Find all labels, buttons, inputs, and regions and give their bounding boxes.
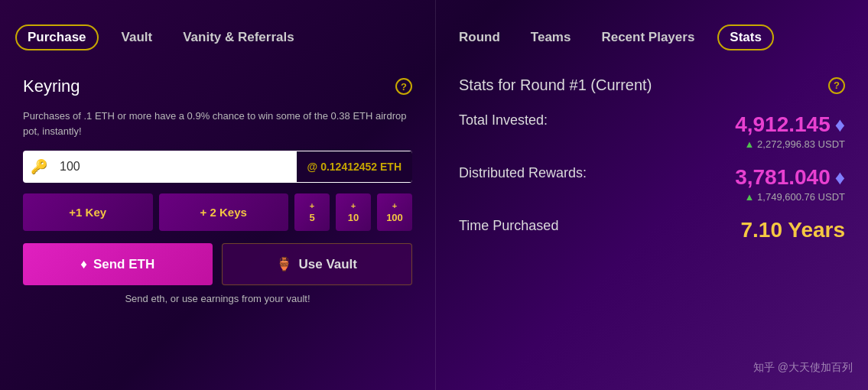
total-invested-main: 4,912.145 ♦ [642, 112, 845, 137]
plus100-button[interactable]: + 100 [377, 193, 412, 231]
left-tab-bar: Purchase Vault Vanity & Referrals [0, 0, 435, 61]
use-vault-button[interactable]: 🏺 Use Vault [222, 243, 413, 285]
right-tab-bar: Round Teams Recent Players Stats [436, 0, 868, 61]
tab-recent-players[interactable]: Recent Players [593, 25, 702, 50]
time-purchased-values: 7.10 Years [642, 218, 845, 242]
keyring-title: Keyring [23, 76, 80, 96]
stats-title-text: Stats for Round #1 (Current) [459, 76, 652, 94]
one-key-button[interactable]: +1 Key [23, 193, 153, 231]
eth-diamond-icon: ♦ [80, 257, 87, 272]
time-purchased-label: Time Purchased [459, 218, 642, 234]
stats-title: Stats for Round #1 (Current) ? [459, 76, 845, 94]
total-invested-usdt: 2,272,996.83 USDT [757, 138, 845, 150]
bottom-note: Send eth, or use earnings from your vaul… [23, 293, 412, 304]
eth-rate-label: @ 0.12412452 ETH [297, 151, 412, 182]
plus5-num: 5 [309, 212, 314, 223]
tab-vault[interactable]: Vault [114, 25, 161, 50]
total-invested-sub: ▲ 2,272,996.83 USDT [642, 138, 845, 150]
distributed-rewards-values: 3,781.040 ♦ ▲ 1,749,600.76 USDT [642, 165, 845, 203]
distributed-rewards-sub: ▲ 1,749,600.76 USDT [642, 191, 845, 203]
time-purchased-main: 7.10 Years [642, 218, 845, 242]
stats-help-icon[interactable]: ? [828, 77, 845, 94]
two-keys-button[interactable]: + 2 Keys [159, 193, 289, 231]
distributed-rewards-value: 3,781.040 [735, 165, 831, 190]
plus10-button[interactable]: + 10 [336, 193, 371, 231]
left-content: Keyring ? Purchases of .1 ETH or more ha… [0, 61, 435, 390]
plus100-num: 100 [386, 212, 403, 223]
vault-icon: 🏺 [276, 256, 292, 272]
info-text: Purchases of .1 ETH or more have a 0.9% … [23, 109, 412, 138]
tab-teams[interactable]: Teams [523, 25, 579, 50]
plus5-plus: + [310, 201, 314, 210]
total-invested-eth-icon: ♦ [835, 113, 845, 137]
distributed-rewards-main: 3,781.040 ♦ [642, 165, 845, 190]
distributed-rewards-eth-icon: ♦ [835, 166, 845, 190]
key-input-row: 🔑 @ 0.12412452 ETH [23, 151, 412, 183]
send-eth-label: Send ETH [93, 257, 154, 272]
tab-vanity-referrals[interactable]: Vanity & Referrals [175, 25, 302, 50]
total-invested-value: 4,912.145 [735, 112, 831, 137]
use-vault-label: Use Vault [298, 257, 357, 272]
watermark: 知乎 @大天使加百列 [753, 361, 853, 375]
tab-stats[interactable]: Stats [717, 24, 774, 50]
plus10-plus: + [351, 201, 356, 210]
plus10-num: 10 [348, 212, 359, 223]
left-panel: Purchase Vault Vanity & Referrals Keyrin… [0, 0, 436, 390]
total-invested-values: 4,912.145 ♦ ▲ 2,272,996.83 USDT [642, 112, 845, 150]
keyring-help-icon[interactable]: ? [395, 78, 412, 95]
tab-purchase[interactable]: Purchase [15, 24, 99, 50]
section-title-row: Keyring ? [23, 76, 412, 96]
plus5-button[interactable]: + 5 [294, 193, 330, 231]
distributed-rewards-label: Distributed Rewards: [459, 165, 642, 181]
total-invested-row: Total Invested: 4,912.145 ♦ ▲ 2,272,996.… [459, 112, 845, 150]
tab-round[interactable]: Round [451, 25, 508, 50]
right-panel: Round Teams Recent Players Stats Stats f… [436, 0, 868, 390]
total-invested-label: Total Invested: [459, 112, 642, 128]
plus100-plus: + [392, 201, 397, 210]
send-eth-button[interactable]: ♦ Send ETH [23, 243, 213, 285]
key-buttons-row: +1 Key + 2 Keys + 5 + 10 + 100 [23, 193, 412, 231]
time-purchased-value: 7.10 Years [740, 218, 845, 242]
distributed-rewards-row: Distributed Rewards: 3,781.040 ♦ ▲ 1,749… [459, 165, 845, 203]
distributed-rewards-usdt: 1,749,600.76 USDT [757, 191, 845, 203]
right-content: Stats for Round #1 (Current) ? Total Inv… [436, 61, 868, 390]
key-icon: 🔑 [23, 158, 55, 175]
action-buttons-row: ♦ Send ETH 🏺 Use Vault [23, 243, 412, 285]
key-quantity-input[interactable] [55, 151, 297, 183]
time-purchased-row: Time Purchased 7.10 Years [459, 218, 845, 242]
